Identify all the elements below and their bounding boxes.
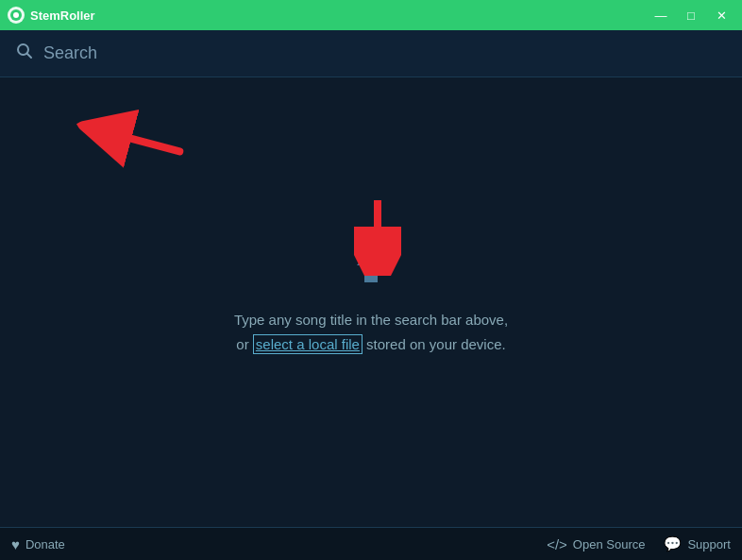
- svg-marker-7: [357, 248, 385, 282]
- opensource-button[interactable]: </> Open Source: [547, 536, 645, 552]
- donate-button[interactable]: ♥ Donate: [11, 536, 65, 552]
- search-icon: [15, 42, 34, 65]
- svg-line-4: [27, 54, 32, 59]
- bottom-right: </> Open Source 💬 Support: [547, 535, 731, 552]
- bottom-left: ♥ Donate: [11, 536, 65, 552]
- title-bar: StemRoller — □ ✕: [0, 0, 742, 30]
- code-icon: </>: [547, 536, 567, 552]
- search-input[interactable]: [43, 43, 727, 63]
- close-button[interactable]: ✕: [708, 5, 734, 25]
- heart-icon: ♥: [11, 536, 20, 552]
- app-title: StemRoller: [30, 8, 95, 23]
- opensource-label: Open Source: [573, 537, 646, 552]
- main-content: Type any song title in the search bar ab…: [0, 77, 742, 527]
- minimize-button[interactable]: —: [648, 5, 674, 25]
- support-button[interactable]: 💬 Support: [664, 535, 731, 552]
- chat-icon: 💬: [664, 535, 682, 552]
- title-bar-left: StemRoller: [8, 7, 95, 24]
- hint-text: Type any song title in the search bar ab…: [234, 308, 508, 356]
- hint-line2-before: or: [236, 336, 253, 352]
- up-arrow-icon: [357, 248, 385, 289]
- svg-line-6: [102, 103, 179, 180]
- search-bar: [0, 30, 742, 77]
- hint-line1: Type any song title in the search bar ab…: [234, 312, 508, 328]
- select-local-file-link[interactable]: select a local file: [253, 334, 363, 354]
- maximize-button[interactable]: □: [678, 5, 704, 25]
- window-controls: — □ ✕: [648, 5, 734, 25]
- hint-line2-after: stored on your device.: [363, 336, 506, 352]
- donate-label: Donate: [25, 537, 65, 552]
- red-arrow-topleft-icon: [76, 81, 197, 206]
- support-label: Support: [687, 537, 731, 552]
- app-logo: [8, 7, 25, 24]
- bottom-bar: ♥ Donate </> Open Source 💬 Support: [0, 527, 742, 560]
- svg-point-2: [13, 12, 19, 18]
